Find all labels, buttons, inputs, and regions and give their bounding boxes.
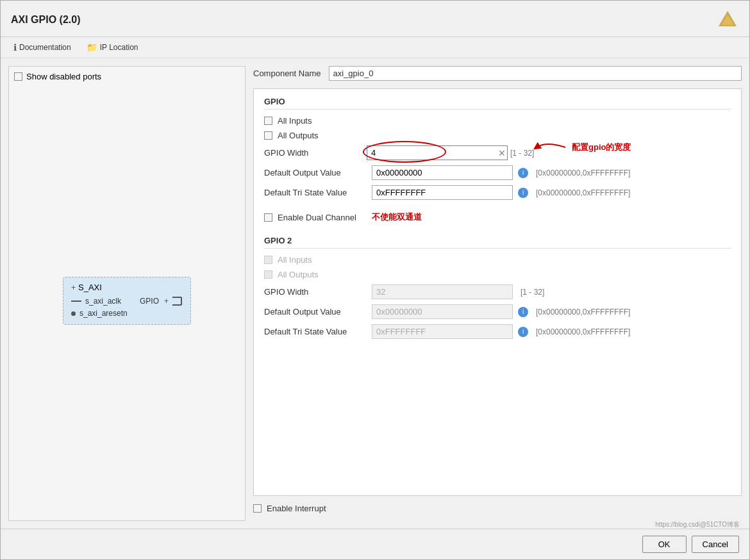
gpio2-section-title: GPIO 2 [264, 236, 731, 249]
all-inputs-label: All Inputs [278, 116, 312, 126]
documentation-button[interactable]: ℹ Documentation [11, 41, 74, 54]
gpio2-all-inputs-checkbox[interactable] [264, 256, 272, 264]
gpio-width-clear-button[interactable]: ✕ [497, 148, 507, 158]
gpio-width-row: GPIO Width ✕ [1 - 32] [264, 145, 731, 160]
ok-button[interactable]: OK [642, 536, 687, 553]
ip-location-button[interactable]: 📁 IP Location [84, 41, 141, 54]
spacer2 [264, 228, 731, 233]
enable-dual-label: Enable Dual Channel [278, 213, 356, 222]
default-tri-row: Default Tri State Value i [0x00000000,0x… [264, 185, 731, 200]
all-inputs-row: All Inputs [264, 116, 731, 126]
gpio2-default-output-range: [0x00000000,0xFFFFFFFF] [536, 308, 630, 317]
gpio2-all-outputs-label: All Outputs [278, 270, 319, 279]
info-icon: ℹ [13, 42, 17, 53]
default-output-info-button[interactable]: i [518, 168, 528, 178]
enable-interrupt-label: Enable Interrupt [267, 504, 326, 513]
gpio2-default-output-row: Default Output Value i [0x00000000,0xFFF… [264, 304, 731, 319]
enable-interrupt-checkbox[interactable] [253, 504, 262, 513]
default-tri-range: [0x00000000,0xFFFFFFFF] [536, 188, 630, 197]
config-scroll-content: GPIO All Inputs All Outputs GPIO Width [254, 89, 741, 352]
gpio2-default-output-info-button[interactable]: i [518, 307, 528, 317]
gpio2-default-tri-info-button[interactable]: i [518, 327, 528, 337]
bus-icon [172, 295, 183, 308]
title-bar: AXI GPIO (2.0) [1, 1, 749, 37]
gpio2-all-outputs-row: All Outputs [264, 270, 731, 279]
aresetn-label: s_axi_aresetn [79, 309, 128, 318]
default-tri-info-button[interactable]: i [518, 188, 528, 198]
show-disabled-checkbox[interactable] [14, 72, 22, 81]
gpio-label: GPIO [140, 297, 159, 306]
all-inputs-checkbox[interactable] [264, 117, 272, 125]
gpio2-width-range: [1 - 32] [521, 288, 544, 297]
gpio2-all-inputs-label: All Inputs [278, 255, 312, 265]
gpio-annotation-area: 配置gpio的宽度 [533, 138, 631, 157]
folder-icon: 📁 [87, 42, 97, 53]
gpio2-all-inputs-row: All Inputs [264, 255, 731, 265]
company-logo-icon [716, 8, 739, 31]
gpio-section-title: GPIO [264, 97, 731, 110]
gpio-width-label: GPIO Width [264, 148, 367, 158]
config-panel: GPIO All Inputs All Outputs GPIO Width [253, 88, 742, 496]
documentation-label: Documentation [19, 43, 71, 52]
show-disabled-row: Show disabled ports [14, 72, 240, 81]
gpio2-default-tri-row: Default Tri State Value i [0x00000000,0x… [264, 324, 731, 339]
bottom-bar: OK Cancel [1, 529, 749, 559]
saxi-label: S_AXI [78, 283, 102, 292]
default-output-row: Default Output Value i [0x00000000,0xFFF… [264, 165, 731, 180]
aclk-port-row: s_axi_aclk GPIO + [71, 295, 183, 308]
default-tri-label: Default Tri State Value [264, 188, 367, 197]
right-panel: Component Name GPIO All Inputs All Outpu… [253, 66, 742, 521]
gpio-width-input-container: ✕ [1 - 32] [367, 145, 534, 160]
enable-dual-annotation: 不使能双通道 [372, 211, 422, 223]
dialog-title: AXI GPIO (2.0) [11, 14, 80, 26]
all-outputs-label: All Outputs [278, 131, 319, 140]
aresetn-port-row: s_axi_aresetn [71, 309, 183, 318]
component-name-row: Component Name [253, 66, 742, 81]
canvas-area: + S_AXI s_axi_aclk GPIO + [14, 86, 240, 515]
aresetn-dot-icon [71, 311, 76, 316]
saxi-row: + S_AXI [71, 283, 183, 292]
gpio2-default-tri-range: [0x00000000,0xFFFFFFFF] [536, 327, 630, 336]
gpio2-default-tri-label: Default Tri State Value [264, 327, 367, 336]
default-tri-input[interactable] [372, 185, 513, 200]
gpio-width-range: [1 - 32] [510, 149, 534, 158]
main-dialog: AXI GPIO (2.0) ℹ Documentation 📁 IP Loca… [0, 0, 750, 560]
left-panel: Show disabled ports + S_AXI s_axi_aclk G… [8, 66, 246, 521]
enable-dual-row: Enable Dual Channel 不使能双通道 [264, 211, 731, 223]
gpio2-section: GPIO 2 All Inputs All Outputs GPIO Width [264, 236, 731, 339]
enable-dual-checkbox[interactable] [264, 213, 272, 222]
gpio2-default-tri-input[interactable] [372, 324, 513, 339]
ip-location-label: IP Location [100, 43, 138, 52]
gpio2-width-row: GPIO Width [1 - 32] [264, 284, 731, 299]
gpio-width-input[interactable] [367, 146, 497, 160]
watermark-text: https://blog.csdi@51CTO博客 [655, 520, 740, 529]
annotation-arrow-icon [533, 138, 572, 157]
gpio2-width-input[interactable] [372, 284, 513, 299]
component-name-label: Component Name [253, 69, 321, 78]
main-content: Show disabled ports + S_AXI s_axi_aclk G… [1, 58, 749, 529]
gpio2-default-output-input[interactable] [372, 304, 513, 319]
default-output-label: Default Output Value [264, 168, 367, 177]
gpio2-all-outputs-checkbox[interactable] [264, 270, 272, 279]
show-disabled-label: Show disabled ports [26, 72, 101, 81]
default-output-input[interactable] [372, 165, 513, 180]
gpio-width-input-wrapper: ✕ [367, 145, 508, 160]
aclk-label: s_axi_aclk [85, 297, 121, 306]
cancel-button[interactable]: Cancel [692, 536, 739, 553]
all-outputs-checkbox[interactable] [264, 131, 272, 140]
component-name-input[interactable] [329, 66, 742, 81]
gpio2-width-label: GPIO Width [264, 287, 367, 297]
saxi-plus-icon[interactable]: + [71, 283, 76, 292]
default-output-range: [0x00000000,0xFFFFFFFF] [536, 169, 630, 177]
gpio-plus-icon[interactable]: + [164, 297, 169, 306]
gpio2-default-output-label: Default Output Value [264, 307, 367, 317]
gpio-annotation-text: 配置gpio的宽度 [572, 142, 631, 153]
component-block: + S_AXI s_axi_aclk GPIO + [63, 277, 191, 325]
toolbar: ℹ Documentation 📁 IP Location [1, 37, 749, 58]
all-outputs-row: All Outputs [264, 131, 731, 140]
spacer1 [264, 205, 731, 211]
aclk-line-icon [71, 301, 81, 302]
enable-interrupt-row: Enable Interrupt [253, 501, 742, 516]
